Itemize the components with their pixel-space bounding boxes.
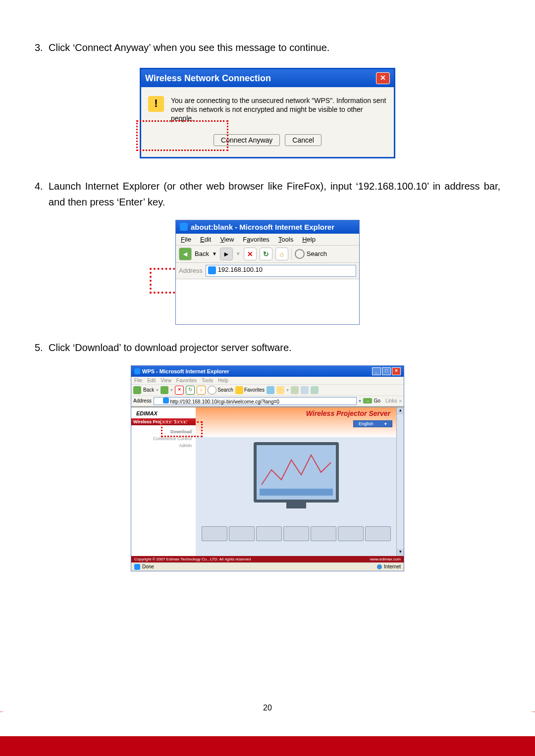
ie-icon <box>134 368 140 374</box>
forward-icon[interactable] <box>160 386 168 394</box>
address-input[interactable]: http://192.168.100.10/cgi-bin/welcome.cg… <box>154 397 357 405</box>
stop-icon[interactable]: × <box>175 386 184 395</box>
ie-window-2: WPS - Microsoft Internet Explorer _ □ × … <box>131 365 404 571</box>
menu-favorites[interactable]: Favorites <box>243 236 269 243</box>
home-icon[interactable]: ⌂ <box>275 248 288 260</box>
brand-logo: EDIMAX <box>136 410 158 416</box>
chart-illustration <box>257 445 336 500</box>
svg-rect-0 <box>260 489 333 496</box>
wireless-connection-dialog: Wireless Network Connection × You are co… <box>140 68 395 158</box>
search-icon <box>208 386 216 395</box>
step-4-text: Launch Internet Explorer (or other web b… <box>49 178 500 210</box>
laptop-icon <box>229 526 255 541</box>
page-icon <box>208 266 216 274</box>
go-label: Go <box>374 398 380 403</box>
menu-edit[interactable]: Edit <box>200 236 211 243</box>
laptop-icon <box>256 526 282 541</box>
projector-screen-illustration <box>254 442 339 503</box>
search-label: Search <box>307 250 327 257</box>
ie-window-1: about:blank - Microsoft Internet Explore… <box>175 220 360 325</box>
star-icon <box>235 386 243 394</box>
menu-file[interactable]: File <box>181 236 191 243</box>
laptop-icon <box>365 526 391 541</box>
favorites-button[interactable]: Favorites <box>235 386 265 394</box>
search-label: Search <box>217 387 233 393</box>
menu-favorites[interactable]: Favorites <box>176 378 197 383</box>
menu-help[interactable]: Help <box>302 236 316 243</box>
step-3: 3. Click ‘Connect Anyway’ when you see t… <box>35 40 500 55</box>
laptop-icon <box>311 526 336 541</box>
address-input[interactable]: 192.168.100.10 <box>206 265 356 277</box>
site-url: www.edimax.com <box>370 557 401 561</box>
search-button[interactable]: Search <box>208 386 233 395</box>
links-label[interactable]: Links <box>385 398 397 403</box>
menu-view[interactable]: View <box>220 236 234 243</box>
forward-icon[interactable]: ► <box>220 248 233 260</box>
page-title: Wireless Projector Server <box>306 409 390 417</box>
search-icon <box>295 249 305 259</box>
step-4: 4. Launch Internet Explorer (or other we… <box>35 178 500 210</box>
messenger-icon[interactable] <box>311 386 319 394</box>
mail-icon[interactable] <box>291 386 299 394</box>
menu-bar[interactable]: File Edit View Favorites Tools Help <box>176 234 359 246</box>
back-label[interactable]: Back <box>143 387 154 393</box>
dialog-message: You are connecting to the unsecured netw… <box>171 96 387 123</box>
menu-help[interactable]: Help <box>218 378 228 383</box>
page-footer: Copyright © 2007 Edimax Technology Co., … <box>131 556 404 562</box>
history-icon[interactable] <box>267 386 274 394</box>
cancel-button[interactable]: Cancel <box>285 134 321 146</box>
back-dropdown-icon[interactable]: ▼ <box>212 251 217 256</box>
step-3-number: 3. <box>35 40 49 55</box>
status-zone: Internet <box>384 564 401 569</box>
back-label[interactable]: Back <box>195 250 209 257</box>
dialog-titlebar: Wireless Network Connection × <box>141 69 394 87</box>
address-label: Address <box>133 398 152 403</box>
laptop-icon <box>202 526 227 541</box>
step-4-number: 4. <box>35 178 49 210</box>
address-value: 192.168.100.10 <box>218 266 263 273</box>
refresh-icon[interactable]: ↻ <box>260 248 272 260</box>
address-label: Address <box>179 267 203 274</box>
home-icon[interactable]: ⌂ <box>197 386 206 395</box>
close-icon[interactable]: × <box>376 72 390 84</box>
scroll-up-icon[interactable]: ▴ <box>397 407 404 414</box>
back-icon[interactable] <box>133 386 141 394</box>
menu-tools[interactable]: Tools <box>278 236 293 243</box>
menu-tools[interactable]: Tools <box>202 378 213 383</box>
menu-view[interactable]: View <box>160 378 171 383</box>
menu-bar-2[interactable]: File Edit View Favorites Tools Help <box>131 377 404 384</box>
copyright: Copyright © 2007 Edimax Technology Co., … <box>134 557 251 561</box>
connect-anyway-button[interactable]: Connect Anyway <box>214 134 280 146</box>
menu-edit[interactable]: Edit <box>147 378 156 383</box>
chevron-down-icon: ▾ <box>384 421 387 426</box>
page-icon <box>163 398 169 403</box>
refresh-icon[interactable]: ↻ <box>186 386 195 395</box>
step-5-text: Click ‘Download’ to download projector s… <box>49 340 292 355</box>
address-bar: Address 192.168.100.10 <box>176 263 359 279</box>
ie-title: about:blank - Microsoft Internet Explore… <box>191 223 334 231</box>
main-panel: Wireless Projector Server English ▾ <box>196 407 396 556</box>
go-button[interactable]: → <box>363 398 372 403</box>
page-content: EDIMAX Wireless Projector Server Downloa… <box>131 406 404 556</box>
sidebar-item-conference[interactable]: Conference Control <box>135 435 192 442</box>
toolbar-2: Back ▾ ▾ × ↻ ⌂ Search Favorites ▾ <box>131 384 404 396</box>
back-icon[interactable]: ◄ <box>179 248 192 260</box>
close-icon[interactable]: × <box>392 367 401 375</box>
ie-icon <box>180 223 188 231</box>
scroll-down-icon[interactable]: ▾ <box>397 549 404 556</box>
print-icon[interactable] <box>301 386 309 394</box>
maximize-icon[interactable]: □ <box>382 367 391 375</box>
toolbar: ◄ Back ▼ ► ▼ ✕ ↻ ⌂ Search <box>176 246 359 263</box>
laptop-icon <box>283 526 309 541</box>
sidebar-item-admin[interactable]: Admin <box>135 442 192 449</box>
menu-file[interactable]: File <box>134 378 142 383</box>
stop-icon[interactable]: ✕ <box>244 248 257 260</box>
status-bar: Done Internet <box>131 562 404 571</box>
sidebar-item-download[interactable]: Download <box>135 428 192 435</box>
minimize-icon[interactable]: _ <box>372 367 381 375</box>
folder-icon[interactable] <box>276 386 284 394</box>
step-3-text: Click ‘Connect Anyway’ when you see this… <box>49 40 329 55</box>
language-select[interactable]: English ▾ <box>353 420 392 427</box>
search-button[interactable]: Search <box>295 249 327 259</box>
page-icon <box>134 564 140 570</box>
